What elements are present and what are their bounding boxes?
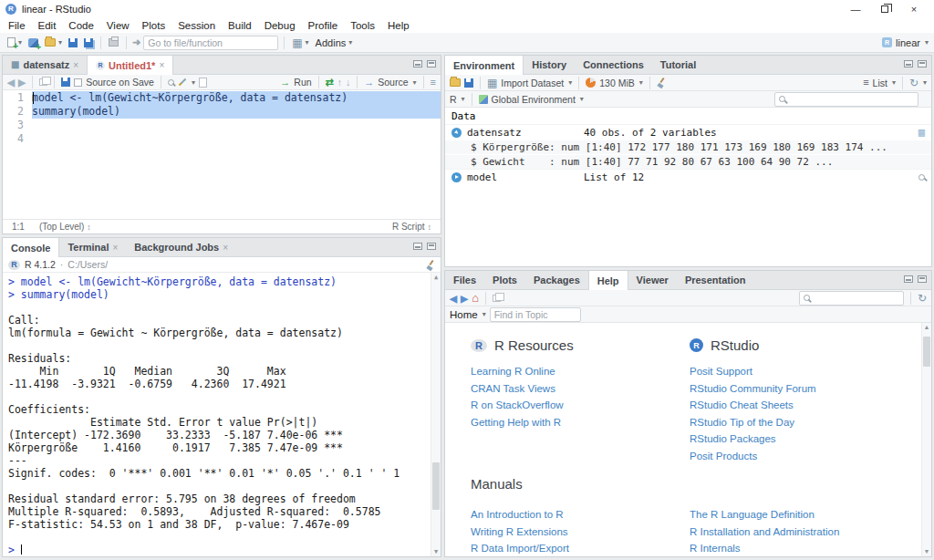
manual-link[interactable]: Writing R Extensions [471,526,680,537]
topic-home-dropdown[interactable]: Home [450,309,478,320]
editor-line[interactable]: 3 [3,119,441,132]
menu-item-tools[interactable]: Tools [344,20,381,31]
pane-maximize-button[interactable] [918,275,927,283]
document-outline-icon[interactable]: ≡ [431,78,436,88]
close-icon[interactable]: × [112,243,118,253]
rerun-icon[interactable]: ⇄ [326,78,334,88]
menu-item-session[interactable]: Session [171,20,222,31]
inspect-icon[interactable] [918,174,925,181]
editor-line[interactable]: 2summary(model) [3,105,441,119]
refresh-icon[interactable]: ↻ [909,77,918,89]
window-minimize-button[interactable]: — [841,1,870,17]
menu-item-build[interactable]: Build [222,20,258,31]
pane-minimize-button[interactable] [904,275,913,283]
scrollbar-thumb[interactable] [432,462,440,510]
tab-files[interactable]: Files [445,271,484,289]
tab-plots[interactable]: Plots [484,271,525,289]
open-in-window-icon[interactable] [39,78,47,86]
pane-maximize-button[interactable] [427,243,436,250]
manual-link[interactable]: R Installation and Administration [690,526,918,537]
tab-console[interactable]: Console [3,238,59,257]
scope-selector[interactable]: (Top Level) ↕ [39,222,91,232]
run-button[interactable]: Run [294,77,311,88]
window-restore-button[interactable] [870,1,899,17]
menu-item-view[interactable]: View [100,20,136,31]
menu-item-profile[interactable]: Profile [302,20,345,31]
forward-icon[interactable]: ▶ [461,293,468,304]
environment-search-input[interactable] [788,94,914,105]
help-link[interactable]: Getting Help with R [471,417,680,428]
code-tools-icon[interactable] [179,78,186,86]
environment-selector[interactable]: Global Environment [492,94,576,105]
tab-connections[interactable]: Connections [575,56,652,74]
manual-link[interactable]: The R Language Definition [690,509,918,520]
menu-item-file[interactable]: File [2,20,32,31]
load-workspace-icon[interactable] [450,78,461,87]
import-dataset-button[interactable]: Import Dataset [501,78,564,88]
next-chunk-icon[interactable]: ↓ [346,77,350,88]
help-link[interactable]: RStudio Packages [690,433,908,444]
scroll-down-icon[interactable]: ▼ [924,547,930,556]
scroll-up-icon[interactable]: ▲ [434,273,438,282]
refresh-icon[interactable]: ↻ [918,292,927,305]
scroll-up-icon[interactable]: ▲ [924,323,930,332]
save-button[interactable] [67,38,79,47]
help-link[interactable]: Learning R Online [471,366,680,377]
environment-object-row[interactable]: datensatz40 obs. of 2 variables▦ [445,124,931,140]
addins-button[interactable]: Addins▾ [314,37,355,48]
new-project-button[interactable] [26,38,40,47]
find-in-topic-input[interactable] [494,309,576,320]
help-link[interactable]: Posit Products [690,451,908,461]
help-link[interactable]: RStudio Cheat Sheets [690,399,908,410]
expand-icon[interactable] [451,128,462,138]
save-icon[interactable] [61,78,70,87]
home-icon[interactable]: ⌂ [472,293,479,304]
source-on-save-checkbox[interactable] [74,78,82,87]
print-button[interactable] [107,38,120,47]
goto-file-input[interactable] [148,37,274,48]
tab-help[interactable]: Help [588,271,628,290]
scrollbar-thumb[interactable] [923,337,930,367]
help-link[interactable]: RStudio Community Forum [690,383,908,394]
source-button[interactable]: Source [378,77,408,88]
back-icon[interactable]: ◀ [7,77,15,88]
save-all-button[interactable] [82,38,95,47]
manual-link[interactable]: R Internals [690,543,918,554]
tab-background-jobs[interactable]: Background Jobs× [126,238,236,256]
project-selector[interactable]: R linear ▾ [882,37,929,48]
pane-minimize-button[interactable] [413,60,422,67]
menu-item-debug[interactable]: Debug [258,20,302,31]
help-link[interactable]: Posit Support [690,366,908,377]
menu-item-edit[interactable]: Edit [32,20,63,31]
clear-workspace-icon[interactable] [657,78,666,88]
pane-minimize-button[interactable] [413,243,422,250]
close-icon[interactable]: × [73,60,78,70]
close-icon[interactable]: × [159,60,164,70]
tab-presentation[interactable]: Presentation [677,271,754,289]
console-scrollbar[interactable]: ▲ ▼ [431,273,441,556]
tab-viewer[interactable]: Viewer [628,271,677,289]
back-icon[interactable]: ◀ [450,293,457,304]
forward-icon[interactable]: ▶ [18,77,26,88]
pane-maximize-button[interactable] [918,60,927,67]
window-close-button[interactable]: × [899,1,929,17]
manual-link[interactable]: An Introduction to R [471,509,680,520]
clear-console-icon[interactable] [426,260,435,270]
environment-object-row[interactable]: modelList of 12 [445,169,931,184]
previous-chunk-icon[interactable]: ↑ [337,77,342,88]
tab-history[interactable]: History [524,56,575,74]
tab-untitled1[interactable]: R Untitled1* × [87,56,173,75]
help-link[interactable]: CRAN Task Views [471,383,680,394]
file-type-selector[interactable]: R Script ↕ [392,222,431,232]
new-file-button[interactable]: ▾ [5,37,24,47]
list-view-button[interactable]: List [873,78,887,88]
search-icon[interactable] [168,79,174,86]
tab-terminal[interactable]: Terminal× [59,238,126,256]
language-selector[interactable]: R [450,94,457,105]
tab-packages[interactable]: Packages [525,271,588,289]
compile-report-icon[interactable] [199,78,207,88]
memory-usage-button[interactable]: 130 MiB [599,78,635,88]
save-workspace-icon[interactable] [464,78,473,88]
pane-layout-button[interactable]: ▦▾ [290,38,310,47]
expand-icon[interactable] [451,172,462,182]
